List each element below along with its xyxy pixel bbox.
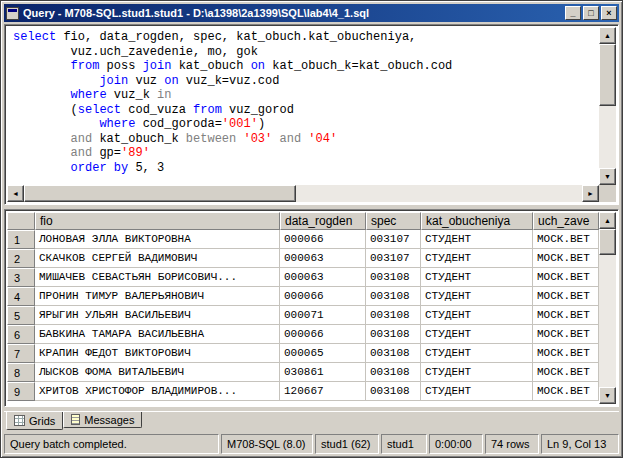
grid-cell-uch[interactable]: МОСК.ВЕТ	[533, 325, 599, 344]
grid-cell-dob[interactable]: 000071	[280, 306, 366, 325]
grid-cell-uch[interactable]: МОСК.ВЕТ	[533, 344, 599, 363]
close-button[interactable]: ×	[601, 6, 617, 20]
titlebar[interactable]: Query - M708-SQL.stud1.stud1 - D:\a1398\…	[4, 4, 619, 22]
grid-cell-fio[interactable]: КРАПИН ФЕДОТ ВИКТОРОВИЧ	[35, 344, 280, 363]
tab-messages[interactable]: Messages	[63, 412, 142, 428]
grid-cell-dob[interactable]: 030861	[280, 363, 366, 382]
row-number-cell[interactable]: 1	[7, 230, 35, 249]
grid-cell-kat[interactable]: СТУДЕНТ	[421, 249, 533, 268]
column-header-fio[interactable]: fio	[35, 212, 280, 230]
grid-cell-spec[interactable]: 003108	[366, 287, 421, 306]
tab-grids[interactable]: Grids	[6, 412, 63, 430]
table-row: 9ХРИТОВ ХРИСТОФОР ВЛАДИМИРОВ...120667003…	[7, 382, 599, 401]
grid-cell-spec[interactable]: 003108	[366, 363, 421, 382]
grid-cell-spec[interactable]: 003108	[366, 268, 421, 287]
column-header-uch[interactable]: uch_zave	[533, 212, 599, 230]
sql-line: and kat_obuch_k between '03' and '04'	[13, 132, 597, 147]
grid-cell-uch[interactable]: МОСК.ВЕТ	[533, 230, 599, 249]
grid-cell-fio[interactable]: ХРИТОВ ХРИСТОФОР ВЛАДИМИРОВ...	[35, 382, 280, 401]
grid-cell-dob[interactable]: 000065	[280, 344, 366, 363]
column-header-kat[interactable]: kat_obucheniya	[421, 212, 533, 230]
column-header-spec[interactable]: spec	[366, 212, 421, 230]
grid-cell-fio[interactable]: МИШАЧЕВ СЕВАСТЬЯН БОРИСОВИЧ...	[35, 268, 280, 287]
scroll-right-button[interactable]: ►	[582, 185, 599, 202]
grid-cell-kat[interactable]: СТУДЕНТ	[421, 382, 533, 401]
row-number-cell[interactable]: 3	[7, 268, 35, 287]
grid-cell-dob[interactable]: 000066	[280, 325, 366, 344]
grid-cell-uch[interactable]: МОСК.ВЕТ	[533, 363, 599, 382]
grid-cell-fio[interactable]: СКАЧКОВ СЕРГЕЙ ВАДИМОВИЧ	[35, 249, 280, 268]
grid-cell-kat[interactable]: СТУДЕНТ	[421, 344, 533, 363]
grid-vscroll-thumb[interactable]	[599, 229, 616, 255]
messages-icon	[71, 414, 80, 425]
status-message: Query batch completed.	[4, 434, 219, 454]
results-panel: fiodata_rogdenspeckat_obucheniyauch_zave…	[4, 209, 619, 407]
results-grid: fiodata_rogdenspeckat_obucheniyauch_zave…	[7, 212, 599, 401]
grid-cell-spec[interactable]: 003108	[366, 325, 421, 344]
sql-line: select fio, data_rogden, spec, kat_obuch…	[13, 30, 597, 45]
grid-cell-kat[interactable]: СТУДЕНТ	[421, 268, 533, 287]
scroll-left-button[interactable]: ◄	[7, 185, 24, 202]
grid-cell-dob[interactable]: 000063	[280, 249, 366, 268]
column-header-dob[interactable]: data_rogden	[280, 212, 366, 230]
grid-scroll-up-button[interactable]: ▲	[599, 212, 616, 229]
maximize-button[interactable]: □	[583, 6, 599, 20]
row-number-cell[interactable]: 9	[7, 382, 35, 401]
grid-cell-uch[interactable]: МОСК.ВЕТ	[533, 306, 599, 325]
grid-cell-spec[interactable]: 003107	[366, 230, 421, 249]
grid-cell-spec[interactable]: 003108	[366, 382, 421, 401]
status-position: Ln 9, Col 13	[541, 434, 619, 454]
scroll-up-button[interactable]: ▲	[599, 27, 616, 44]
grid-cell-spec[interactable]: 003108	[366, 306, 421, 325]
grid-vertical-scrollbar[interactable]: ▲ ▼	[599, 212, 616, 404]
grid-cell-kat[interactable]: СТУДЕНТ	[421, 287, 533, 306]
query-window-icon	[6, 7, 19, 20]
row-number-cell[interactable]: 6	[7, 325, 35, 344]
grid-cell-dob[interactable]: 000063	[280, 268, 366, 287]
table-row: 5ЯРЫГИН УЛЬЯН ВАСИЛЬЕВИЧ000071003108СТУД…	[7, 306, 599, 325]
grid-cell-spec[interactable]: 003108	[366, 344, 421, 363]
grid-cell-dob[interactable]: 120667	[280, 382, 366, 401]
grid-cell-spec[interactable]: 003107	[366, 249, 421, 268]
sql-line: from poss join kat_obuch on kat_obuch_k=…	[13, 59, 597, 74]
grid-cell-dob[interactable]: 000066	[280, 230, 366, 249]
row-number-header[interactable]	[7, 212, 35, 230]
table-row: 2СКАЧКОВ СЕРГЕЙ ВАДИМОВИЧ000063003107СТУ…	[7, 249, 599, 268]
minimize-button[interactable]: _	[565, 6, 581, 20]
grid-cell-uch[interactable]: МОСК.ВЕТ	[533, 268, 599, 287]
grid-scroll-down-button[interactable]: ▼	[599, 387, 616, 404]
query-window: Query - M708-SQL.stud1.stud1 - D:\a1398\…	[0, 0, 623, 458]
grid-cell-uch[interactable]: МОСК.ВЕТ	[533, 382, 599, 401]
row-number-cell[interactable]: 4	[7, 287, 35, 306]
editor-vscroll-thumb[interactable]	[599, 44, 616, 106]
grid-cell-fio[interactable]: БАВКИНА ТАМАРА ВАСИЛЬЕВНА	[35, 325, 280, 344]
table-row: 8ЛЫСКОВ ФОМА ВИТАЛЬЕВИЧ030861003108СТУДЕ…	[7, 363, 599, 382]
sql-line: where vuz_k in	[13, 88, 597, 103]
row-number-cell[interactable]: 2	[7, 249, 35, 268]
scroll-down-button[interactable]: ▼	[599, 168, 616, 185]
sql-line: (select cod_vuza from vuz_gorod	[13, 103, 597, 118]
editor-horizontal-scrollbar[interactable]: ◄ ►	[7, 185, 599, 202]
row-number-cell[interactable]: 5	[7, 306, 35, 325]
grid-cell-kat[interactable]: СТУДЕНТ	[421, 325, 533, 344]
grid-cell-dob[interactable]: 000066	[280, 287, 366, 306]
grid-cell-kat[interactable]: СТУДЕНТ	[421, 230, 533, 249]
editor-hscroll-thumb[interactable]	[24, 185, 296, 202]
table-row: 3МИШАЧЕВ СЕВАСТЬЯН БОРИСОВИЧ...000063003…	[7, 268, 599, 287]
sql-editor[interactable]: select fio, data_rogden, spec, kat_obuch…	[7, 27, 599, 185]
editor-vertical-scrollbar[interactable]: ▲ ▼	[599, 27, 616, 185]
grid-cell-kat[interactable]: СТУДЕНТ	[421, 306, 533, 325]
grid-cell-fio[interactable]: ЯРЫГИН УЛЬЯН ВАСИЛЬЕВИЧ	[35, 306, 280, 325]
sql-line: order by 5, 3	[13, 161, 597, 176]
grid-cell-uch[interactable]: МОСК.ВЕТ	[533, 287, 599, 306]
row-number-cell[interactable]: 7	[7, 344, 35, 363]
grid-cell-kat[interactable]: СТУДЕНТ	[421, 363, 533, 382]
sql-line: where cod_goroda='001')	[13, 117, 597, 132]
row-number-cell[interactable]: 8	[7, 363, 35, 382]
grid-cell-fio[interactable]: ПРОНИН ТИМУР ВАЛЕРЬЯНОВИЧ	[35, 287, 280, 306]
scrollbar-corner	[599, 185, 616, 202]
grid-cell-fio[interactable]: ЛЫСКОВ ФОМА ВИТАЛЬЕВИЧ	[35, 363, 280, 382]
grid-cell-uch[interactable]: МОСК.ВЕТ	[533, 249, 599, 268]
tab-grids-label: Grids	[29, 415, 55, 427]
grid-cell-fio[interactable]: ЛОНОВАЯ ЭЛЛА ВИКТОРОВНА	[35, 230, 280, 249]
